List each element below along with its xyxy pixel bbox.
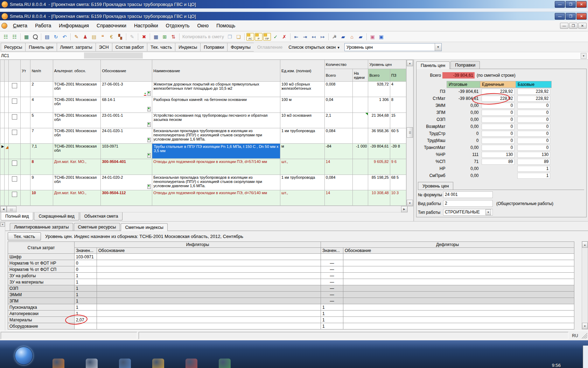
row-checkbox[interactable] xyxy=(12,83,17,88)
view-tab-3[interactable]: Объектная смета xyxy=(80,212,123,220)
search-icon[interactable] xyxy=(31,33,39,41)
attachment-icon[interactable] xyxy=(147,107,151,111)
price-total-cell[interactable]: 9 605,82 xyxy=(368,159,390,175)
attachment-icon[interactable] xyxy=(147,91,151,96)
currency-icon[interactable]: € xyxy=(107,33,115,41)
menu-item-1[interactable]: Смета xyxy=(9,21,31,30)
justification-cell[interactable]: 23-01-001-1 xyxy=(101,113,152,128)
quantity-cell[interactable]: 0,084 xyxy=(324,128,352,143)
add-row-icon[interactable]: ⊞ xyxy=(161,33,169,41)
checkbox-cell[interactable] xyxy=(9,82,21,97)
ut-cell[interactable] xyxy=(21,190,30,205)
catalog-icon[interactable]: ▤ xyxy=(90,33,98,41)
alt-justification-cell[interactable]: Доп.мат. Кат. МО., xyxy=(53,190,101,205)
pz-cell[interactable]: 8 xyxy=(390,97,406,113)
quantity-cell[interactable]: 0,084 xyxy=(324,175,352,190)
ut-cell[interactable] xyxy=(21,175,30,190)
price-total-cell[interactable]: 1 306 xyxy=(368,97,390,113)
doc-tab-6[interactable]: Тех. часть xyxy=(147,43,175,52)
baz-value-cell[interactable]: 0 xyxy=(516,144,552,151)
row-number-cell[interactable]: 2 xyxy=(30,82,53,97)
ed-value-input[interactable]: 0 xyxy=(482,131,514,137)
pz-cell[interactable]: 68 5 xyxy=(390,175,406,190)
row-number-cell[interactable]: 10 xyxy=(30,190,53,205)
checkbox-cell[interactable] xyxy=(9,159,21,175)
inf-justification-cell[interactable] xyxy=(97,273,321,279)
name-cell[interactable]: Трубы стальные в ППУ ПЭ изоляции Pn 1,6 … xyxy=(152,144,280,159)
price-total-cell[interactable]: 10 308,48 xyxy=(368,190,390,205)
tab-price-level[interactable]: Уровень цен xyxy=(418,182,453,190)
minimize-button[interactable]: — xyxy=(555,1,565,8)
close-button[interactable]: ✕ xyxy=(576,13,587,20)
def-justification-cell[interactable] xyxy=(343,311,574,317)
unit-cell[interactable]: 10 м3 основания xyxy=(280,113,325,128)
justification-cell[interactable]: 103-0971 xyxy=(101,144,152,159)
price-total-cell[interactable]: -39 804,61 xyxy=(368,144,390,159)
pz-cell[interactable]: -39 8 xyxy=(390,144,406,159)
layers-blue-icon[interactable]: ▣ xyxy=(377,33,385,41)
combo-dropdown-button[interactable]: ▼ xyxy=(435,43,441,51)
row-checkbox[interactable] xyxy=(12,192,17,197)
row-number-cell[interactable]: 4 xyxy=(30,97,53,113)
minimize-button[interactable]: — xyxy=(555,13,565,20)
row-number-cell[interactable]: 5 xyxy=(30,113,53,128)
r-badge-icon[interactable]: Р xyxy=(255,33,262,41)
doc-tab-4[interactable]: ЭСН xyxy=(96,43,112,52)
edit-sheet-icon[interactable]: ✎ xyxy=(72,33,80,41)
per-unit-cell[interactable] xyxy=(353,128,368,143)
estimate-row-7,1[interactable]: ▶7,1ТСНБ-2001 Московская обл103-0971Труб… xyxy=(0,144,406,159)
def-justification-cell[interactable] xyxy=(343,260,574,266)
close-button[interactable]: ✕ xyxy=(576,1,587,8)
quantity-cell[interactable]: 14 xyxy=(324,159,352,175)
menu-item-3[interactable]: Информация xyxy=(55,21,93,30)
attachment-icon[interactable] xyxy=(147,122,151,127)
doc-tab-7[interactable]: Индексы xyxy=(175,43,201,52)
mdi-close-button[interactable]: ✕ xyxy=(578,23,587,29)
copy-icon[interactable]: ❐ xyxy=(226,33,234,41)
name-cell[interactable]: Жемонтаж дорожных покрытий из сборных пр… xyxy=(152,82,280,97)
scroll-left-icon[interactable]: ◀ xyxy=(0,206,7,212)
menu-item-2[interactable]: Работа xyxy=(31,21,55,30)
taskbar-app-3[interactable] xyxy=(119,359,131,368)
doc-tab-8[interactable]: Поправки xyxy=(200,43,227,52)
def-value-cell[interactable]: — xyxy=(321,298,343,304)
unit-cell[interactable]: 1 км трубопровода xyxy=(280,175,325,190)
quantity-cell[interactable]: -84 xyxy=(324,144,352,159)
ed-value-cell[interactable]: 0 xyxy=(480,123,516,130)
calc-table-icon[interactable]: ▦ xyxy=(152,33,160,41)
inf-value-cell[interactable]: 0 xyxy=(75,260,97,266)
per-unit-cell[interactable] xyxy=(353,113,368,128)
show-desktop-button[interactable] xyxy=(583,346,588,368)
tech-part-button[interactable]: Тех. часть xyxy=(8,232,41,240)
alt-justification-cell[interactable]: ТСНБ-2001 Московская обл xyxy=(53,113,101,128)
justification-cell[interactable]: 68-14-1 xyxy=(101,97,152,113)
baz-value-input[interactable]: 0 xyxy=(517,103,550,109)
ed-value-input[interactable]: 0 xyxy=(482,124,514,130)
scrollbar-thumb[interactable]: ☰ xyxy=(407,127,413,138)
ut-cell[interactable] xyxy=(21,113,30,128)
baz-value-cell[interactable]: 228,92 xyxy=(516,88,552,95)
def-justification-cell[interactable] xyxy=(343,273,574,279)
inf-value-cell[interactable]: 2,07 xyxy=(75,317,97,323)
roof-icon[interactable]: ⌂ xyxy=(348,33,356,41)
unit-cell[interactable]: шт., xyxy=(280,159,325,175)
estimate-row-4[interactable]: 4ТСНБ-2001 Московская обл68-14-1Разборка… xyxy=(0,97,406,113)
baz-value-cell[interactable]: 130 xyxy=(516,151,552,158)
inf-value-cell[interactable]: 1 xyxy=(75,311,97,317)
baz-value-input[interactable]: 0 xyxy=(517,117,550,123)
checkbox-cell[interactable] xyxy=(9,190,21,205)
taskbar-app-4[interactable] xyxy=(152,359,164,368)
scroll-down-icon[interactable]: ▼ xyxy=(407,200,413,206)
baz-value-cell[interactable]: 1 xyxy=(516,165,552,172)
estimate-row-8[interactable]: 8Доп.мат. Кат. МО.,300-9504-401Отводы дл… xyxy=(0,159,406,175)
layers-pink-icon[interactable]: ▣ xyxy=(369,33,377,41)
justification-cell[interactable]: 300-9504-112 xyxy=(101,190,152,205)
edit-disabled-icon[interactable]: ✎ xyxy=(128,33,136,41)
def-justification-cell[interactable] xyxy=(343,266,574,273)
unit-cell[interactable]: м xyxy=(280,144,325,159)
ed-value-input[interactable]: 0 xyxy=(482,138,514,144)
doc-tab-1[interactable]: Ресурсы xyxy=(1,43,26,52)
tree-check-icon[interactable]: ✓ xyxy=(272,33,280,41)
baz-value-input[interactable]: 0 xyxy=(517,110,550,116)
tab-corrections[interactable]: Поправки xyxy=(450,61,480,69)
